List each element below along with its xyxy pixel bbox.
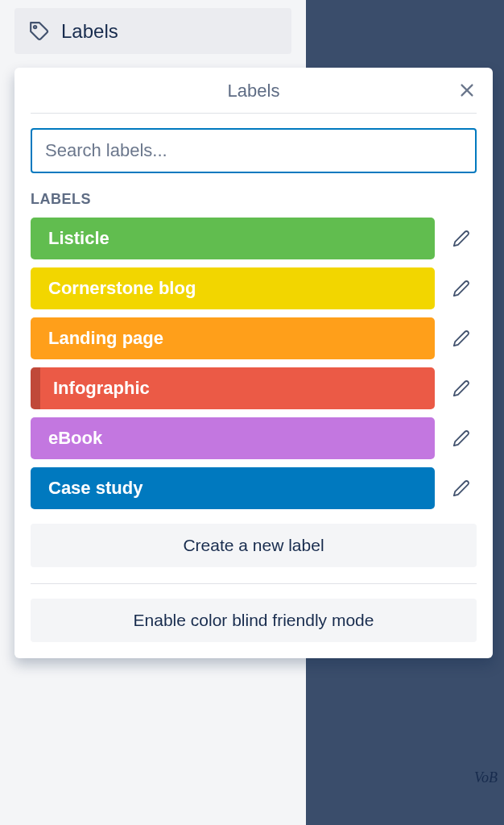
- label-pill[interactable]: Case study: [31, 467, 435, 509]
- label-name: eBook: [48, 428, 102, 449]
- popover-header: Labels: [31, 68, 477, 114]
- label-row: Landing page: [31, 317, 477, 359]
- labels-popover: Labels LABELS ListicleCornerstone blogLa…: [14, 68, 493, 658]
- labels-trigger-text: Labels: [61, 20, 118, 43]
- edit-label-button[interactable]: [446, 423, 477, 454]
- divider: [31, 583, 477, 584]
- label-row: Case study: [31, 467, 477, 509]
- edit-label-button[interactable]: [446, 273, 477, 304]
- close-button[interactable]: [456, 79, 478, 102]
- label-pill[interactable]: Landing page: [31, 317, 435, 359]
- label-row: Cornerstone blog: [31, 267, 477, 309]
- pencil-icon: [452, 429, 470, 447]
- label-name: Landing page: [48, 328, 163, 349]
- pencil-icon: [452, 280, 470, 297]
- labels-section-heading: LABELS: [31, 191, 477, 208]
- pencil-icon: [452, 379, 470, 397]
- label-name: Case study: [48, 478, 143, 499]
- label-list: ListicleCornerstone blogLanding pageInfo…: [31, 218, 477, 509]
- signature: VoB: [474, 769, 498, 786]
- edit-label-button[interactable]: [446, 323, 477, 354]
- search-input[interactable]: [31, 128, 477, 173]
- colorblind-mode-button[interactable]: Enable color blind friendly mode: [31, 599, 477, 642]
- pencil-icon: [452, 230, 470, 247]
- edit-label-button[interactable]: [446, 373, 477, 404]
- label-row: Infographic: [31, 367, 477, 409]
- label-pill[interactable]: Cornerstone blog: [31, 267, 435, 309]
- label-pill[interactable]: Listicle: [31, 218, 435, 259]
- labels-trigger-row[interactable]: Labels: [14, 8, 291, 54]
- label-icon: [29, 21, 50, 42]
- pencil-icon: [452, 479, 470, 497]
- create-label-button[interactable]: Create a new label: [31, 524, 477, 567]
- popover-title: Labels: [228, 81, 280, 101]
- pencil-icon: [452, 330, 470, 347]
- label-pill[interactable]: Infographic: [31, 367, 435, 409]
- label-name: Cornerstone blog: [48, 278, 196, 299]
- label-row: Listicle: [31, 218, 477, 259]
- edit-label-button[interactable]: [446, 223, 477, 254]
- label-name: Infographic: [53, 378, 150, 399]
- label-row: eBook: [31, 417, 477, 459]
- edit-label-button[interactable]: [446, 473, 477, 504]
- label-name: Listicle: [48, 228, 109, 249]
- popover-body: LABELS ListicleCornerstone blogLanding p…: [14, 114, 493, 658]
- label-pill[interactable]: eBook: [31, 417, 435, 459]
- svg-point-0: [34, 25, 36, 27]
